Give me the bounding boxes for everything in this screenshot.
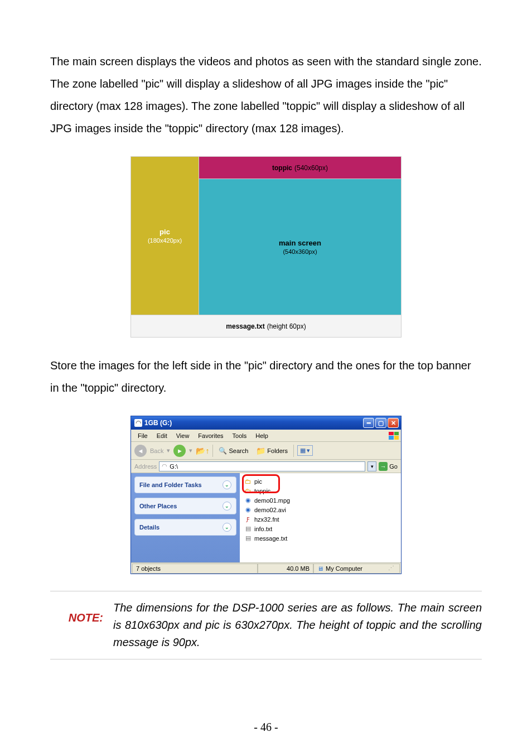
back-button[interactable]: ◄ [134,445,147,457]
expand-toggle-icon[interactable]: ⌄ [223,502,231,511]
pic-zone-label: pic [159,228,170,236]
folders-button[interactable]: 📁 Folders [254,445,290,456]
address-drive-icon: ◠ [162,463,167,470]
video-icon: ◉ [244,497,252,504]
close-button[interactable]: ✕ [388,418,399,428]
other-places-label: Other Places [139,503,177,509]
maximize-button[interactable]: ▢ [375,418,386,428]
drive-icon: ◠ [134,419,142,427]
explorer-titlebar[interactable]: ◠ 1GB (G:) ━ ▢ ✕ [131,416,401,430]
tasks-pane: File and Folder Tasks ⌄ Other Places ⌄ D… [131,473,240,562]
menu-file[interactable]: File [133,431,152,440]
my-computer-icon: 🖥 [317,565,323,572]
expand-toggle-icon[interactable]: ⌄ [223,480,231,489]
address-value: G:\ [170,463,178,470]
toppic-zone: toppic (540x60px) [199,157,401,179]
toppic-zone-label: toppic [272,164,292,172]
minimize-button[interactable]: ━ [363,418,374,428]
search-button[interactable]: 🔍 Search [216,446,250,456]
file-item-toppic[interactable]: 🗀toppic [244,486,396,495]
page-number: - 46 - [0,721,532,734]
back-label: Back [150,447,163,454]
menu-help[interactable]: Help [251,431,273,440]
address-bar: Address ◠ G:\ ▾ → Go [131,460,401,473]
views-button[interactable]: ▦▾ [297,445,313,456]
text-icon: ▤ [244,525,252,532]
file-name: message.txt [254,535,287,542]
windows-flag-icon [389,432,399,440]
folders-label: Folders [267,447,288,454]
menu-tools[interactable]: Tools [228,431,252,440]
search-icon: 🔍 [219,447,227,455]
search-label: Search [229,447,248,454]
up-button[interactable]: 📂↑ [196,446,209,455]
go-label: Go [389,463,398,470]
toolbar: ◄ Back ▾ ► ▾ 📂↑ 🔍 Search 📁 Folders ▦▾ [131,442,401,460]
address-input[interactable]: ◠ G:\ [159,461,365,471]
menu-bar: File Edit View Favorites Tools Help [131,430,401,442]
go-arrow-icon: → [379,462,388,471]
toppic-zone-dim: (540x60px) [294,164,328,172]
file-list-pane[interactable]: 🗀pic 🗀toppic ◉demo01.mpg ◉demo02.avi Ƒhz… [240,473,401,562]
store-paragraph: Store the images for the left side in th… [50,354,482,399]
file-name: demo02.avi [254,507,286,513]
file-item-info[interactable]: ▤info.txt [244,524,396,533]
note-text: The dimensions for the DSP-1000 series a… [113,599,482,651]
message-zone-dim: (height 60px) [267,322,306,330]
back-dropdown-icon[interactable]: ▾ [167,447,170,454]
zone-layout-diagram: pic (180x420px) toppic (540x60px) main s… [130,156,402,338]
menu-favorites[interactable]: Favorites [194,431,228,440]
forward-button[interactable]: ► [173,445,186,457]
chevron-down-icon: ▾ [307,447,310,454]
details-pane[interactable]: Details ⌄ [134,519,236,536]
message-zone-label: message.txt [226,322,264,330]
forward-dropdown-icon[interactable]: ▾ [189,447,192,454]
file-folder-tasks[interactable]: File and Folder Tasks ⌄ [134,476,236,493]
note-box: NOTE: The dimensions for the DSP-1000 se… [50,591,482,659]
explorer-window: ◠ 1GB (G:) ━ ▢ ✕ File Edit View Favorite… [130,416,402,574]
pic-zone-dim: (180x420px) [148,237,182,244]
video-icon: ◉ [244,506,252,513]
main-zone-dim: (540x360px) [283,248,317,255]
menu-view[interactable]: View [172,431,194,440]
status-location-text: My Computer [326,565,362,572]
expand-toggle-icon[interactable]: ⌄ [223,523,231,532]
menu-edit[interactable]: Edit [152,431,172,440]
file-item-message[interactable]: ▤message.txt [244,533,396,543]
file-name: toppic [254,488,270,494]
address-label: Address [134,463,157,470]
file-item-font[interactable]: Ƒhzx32.fnt [244,514,396,524]
status-objects: 7 objects [132,564,258,574]
file-name: info.txt [254,526,272,532]
folder-icon: 🗀 [244,478,252,485]
note-label: NOTE: [50,599,103,651]
file-name: hzx32.fnt [254,516,279,523]
go-button[interactable]: → Go [379,462,398,471]
status-size: 40.0 MB [258,564,313,574]
window-title: 1GB (G:) [144,419,362,427]
address-dropdown[interactable]: ▾ [367,461,376,471]
file-folder-tasks-label: File and Folder Tasks [139,481,202,488]
folder-icon: 🗀 [244,487,252,495]
toolbar-separator [212,445,213,457]
file-name: pic [254,478,262,485]
message-zone: message.txt (height 60px) [131,315,401,337]
other-places[interactable]: Other Places ⌄ [134,498,236,514]
main-screen-zone: main screen (540x360px) [199,179,401,315]
toolbar-separator [293,445,294,457]
details-label: Details [139,524,159,531]
status-bar: 7 objects 40.0 MB 🖥 My Computer ⋰ [131,562,401,574]
file-name: demo01.mpg [254,497,290,504]
file-item-demo01[interactable]: ◉demo01.mpg [244,495,396,505]
intro-paragraph: The main screen displays the videos and … [50,50,482,139]
status-location: 🖥 My Computer ⋰ [313,564,400,574]
views-icon: ▦ [300,447,306,454]
font-icon: Ƒ [244,516,252,522]
main-zone-label: main screen [279,239,321,247]
folders-icon: 📁 [256,446,265,455]
resize-grip-icon[interactable]: ⋰ [388,565,396,572]
text-icon: ▤ [244,535,252,542]
file-item-demo02[interactable]: ◉demo02.avi [244,505,396,514]
file-item-pic[interactable]: 🗀pic [244,476,396,486]
pic-zone: pic (180x420px) [131,157,199,315]
